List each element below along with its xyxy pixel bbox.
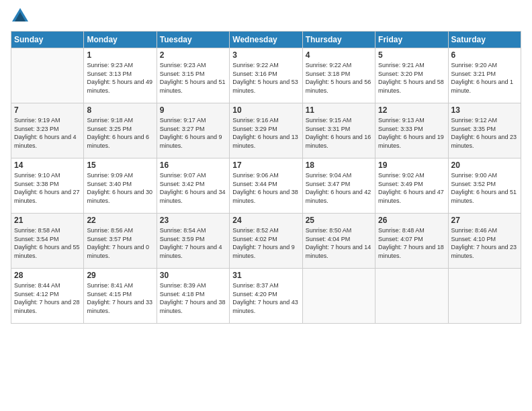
day-info: Sunrise: 9:17 AMSunset: 3:27 PMDaylight:…: [160, 116, 226, 150]
day-number: 4: [306, 50, 372, 60]
day-info: Sunrise: 9:13 AMSunset: 3:33 PMDaylight:…: [378, 116, 445, 150]
calendar-cell: 4Sunrise: 9:22 AMSunset: 3:18 PMDaylight…: [302, 48, 375, 103]
day-number: 14: [14, 161, 81, 170]
calendar-cell: 11Sunrise: 9:15 AMSunset: 3:31 PMDayligh…: [302, 103, 375, 158]
day-number: 22: [87, 216, 153, 225]
day-number: 31: [232, 271, 299, 280]
calendar-table: SundayMondayTuesdayWednesdayThursdayFrid…: [11, 31, 521, 324]
calendar-cell: 5Sunrise: 9:21 AMSunset: 3:20 PMDaylight…: [375, 48, 448, 103]
day-info: Sunrise: 9:09 AMSunset: 3:40 PMDaylight:…: [87, 171, 153, 205]
calendar-cell: 26Sunrise: 8:48 AMSunset: 4:07 PMDayligh…: [375, 214, 448, 269]
day-info: Sunrise: 9:20 AMSunset: 3:21 PMDaylight:…: [451, 61, 518, 95]
day-info: Sunrise: 8:41 AMSunset: 4:15 PMDaylight:…: [87, 281, 153, 315]
day-info: Sunrise: 9:12 AMSunset: 3:35 PMDaylight:…: [451, 116, 518, 150]
day-info: Sunrise: 9:16 AMSunset: 3:29 PMDaylight:…: [232, 116, 299, 150]
calendar-cell: 23Sunrise: 8:54 AMSunset: 3:59 PMDayligh…: [157, 214, 229, 269]
day-number: 29: [87, 271, 153, 280]
day-number: 21: [14, 216, 81, 225]
logo: [11, 7, 32, 26]
day-number: 28: [14, 271, 81, 280]
calendar-cell: 31Sunrise: 8:37 AMSunset: 4:20 PMDayligh…: [230, 269, 302, 324]
calendar-cell: [11, 48, 84, 103]
day-info: Sunrise: 8:50 AMSunset: 4:04 PMDaylight:…: [306, 226, 372, 260]
calendar-cell: 2Sunrise: 9:23 AMSunset: 3:15 PMDaylight…: [157, 48, 229, 103]
calendar-cell: 12Sunrise: 9:13 AMSunset: 3:33 PMDayligh…: [375, 103, 448, 158]
day-info: Sunrise: 9:21 AMSunset: 3:20 PMDaylight:…: [378, 61, 445, 95]
calendar-cell: 19Sunrise: 9:02 AMSunset: 3:49 PMDayligh…: [375, 158, 448, 214]
calendar-cell: 24Sunrise: 8:52 AMSunset: 4:02 PMDayligh…: [230, 214, 302, 269]
calendar-cell: 30Sunrise: 8:39 AMSunset: 4:18 PMDayligh…: [157, 269, 229, 324]
week-row-2: 14Sunrise: 9:10 AMSunset: 3:38 PMDayligh…: [11, 158, 521, 214]
day-number: 5: [378, 50, 445, 60]
calendar-cell: 25Sunrise: 8:50 AMSunset: 4:04 PMDayligh…: [302, 214, 375, 269]
calendar-cell: 13Sunrise: 9:12 AMSunset: 3:35 PMDayligh…: [448, 103, 521, 158]
day-number: 27: [451, 216, 518, 225]
weekday-header-saturday: Saturday: [448, 32, 521, 48]
day-number: 23: [160, 216, 226, 225]
calendar-cell: 21Sunrise: 8:58 AMSunset: 3:54 PMDayligh…: [11, 214, 84, 269]
day-info: Sunrise: 9:10 AMSunset: 3:38 PMDaylight:…: [14, 171, 81, 205]
day-info: Sunrise: 8:37 AMSunset: 4:20 PMDaylight:…: [232, 281, 299, 315]
day-number: 17: [232, 161, 299, 170]
calendar-cell: 29Sunrise: 8:41 AMSunset: 4:15 PMDayligh…: [84, 269, 157, 324]
day-number: 26: [378, 216, 445, 225]
logo-icon: [11, 7, 30, 26]
day-info: Sunrise: 9:06 AMSunset: 3:44 PMDaylight:…: [232, 171, 299, 205]
calendar-cell: 27Sunrise: 8:46 AMSunset: 4:10 PMDayligh…: [448, 214, 521, 269]
calendar-cell: 22Sunrise: 8:56 AMSunset: 3:57 PMDayligh…: [84, 214, 157, 269]
week-row-4: 28Sunrise: 8:44 AMSunset: 4:12 PMDayligh…: [11, 269, 521, 324]
calendar-cell: 6Sunrise: 9:20 AMSunset: 3:21 PMDaylight…: [448, 48, 521, 103]
day-info: Sunrise: 9:23 AMSunset: 3:15 PMDaylight:…: [160, 61, 226, 95]
calendar-cell: 3Sunrise: 9:22 AMSunset: 3:16 PMDaylight…: [230, 48, 302, 103]
weekday-header-friday: Friday: [375, 32, 448, 48]
day-info: Sunrise: 9:02 AMSunset: 3:49 PMDaylight:…: [378, 171, 445, 205]
day-number: 9: [160, 105, 226, 115]
calendar-cell: [375, 269, 448, 324]
day-number: 1: [87, 50, 153, 60]
day-number: 25: [306, 216, 372, 225]
calendar-cell: 1Sunrise: 9:23 AMSunset: 3:13 PMDaylight…: [84, 48, 157, 103]
day-info: Sunrise: 9:00 AMSunset: 3:52 PMDaylight:…: [451, 171, 518, 205]
day-info: Sunrise: 9:22 AMSunset: 3:16 PMDaylight:…: [232, 61, 299, 95]
day-info: Sunrise: 8:52 AMSunset: 4:02 PMDaylight:…: [232, 226, 299, 260]
day-number: 11: [306, 105, 372, 115]
day-number: 6: [451, 50, 518, 60]
day-info: Sunrise: 8:48 AMSunset: 4:07 PMDaylight:…: [378, 226, 445, 260]
day-info: Sunrise: 8:44 AMSunset: 4:12 PMDaylight:…: [14, 281, 81, 315]
calendar-cell: [448, 269, 521, 324]
weekday-header-tuesday: Tuesday: [157, 32, 229, 48]
day-number: 16: [160, 161, 226, 170]
day-info: Sunrise: 9:19 AMSunset: 3:23 PMDaylight:…: [14, 116, 81, 150]
day-number: 18: [306, 161, 372, 170]
calendar-cell: 9Sunrise: 9:17 AMSunset: 3:27 PMDaylight…: [157, 103, 229, 158]
weekday-header-monday: Monday: [84, 32, 157, 48]
calendar-cell: 10Sunrise: 9:16 AMSunset: 3:29 PMDayligh…: [230, 103, 302, 158]
page: SundayMondayTuesdayWednesdayThursdayFrid…: [0, 0, 532, 411]
day-info: Sunrise: 8:46 AMSunset: 4:10 PMDaylight:…: [451, 226, 518, 260]
day-number: 13: [451, 105, 518, 115]
day-info: Sunrise: 9:22 AMSunset: 3:18 PMDaylight:…: [306, 61, 372, 95]
day-info: Sunrise: 8:58 AMSunset: 3:54 PMDaylight:…: [14, 226, 81, 260]
day-info: Sunrise: 9:23 AMSunset: 3:13 PMDaylight:…: [87, 61, 153, 95]
calendar-cell: 15Sunrise: 9:09 AMSunset: 3:40 PMDayligh…: [84, 158, 157, 214]
day-number: 12: [378, 105, 445, 115]
day-number: 7: [14, 105, 81, 115]
day-number: 2: [160, 50, 226, 60]
week-row-3: 21Sunrise: 8:58 AMSunset: 3:54 PMDayligh…: [11, 214, 521, 269]
week-row-0: 1Sunrise: 9:23 AMSunset: 3:13 PMDaylight…: [11, 48, 521, 103]
calendar-cell: [302, 269, 375, 324]
day-number: 10: [232, 105, 299, 115]
day-info: Sunrise: 9:15 AMSunset: 3:31 PMDaylight:…: [306, 116, 372, 150]
day-number: 24: [232, 216, 299, 225]
day-number: 19: [378, 161, 445, 170]
header: [11, 7, 521, 26]
calendar-cell: 8Sunrise: 9:18 AMSunset: 3:25 PMDaylight…: [84, 103, 157, 158]
day-number: 30: [160, 271, 226, 280]
day-number: 15: [87, 161, 153, 170]
calendar-cell: 18Sunrise: 9:04 AMSunset: 3:47 PMDayligh…: [302, 158, 375, 214]
day-info: Sunrise: 9:18 AMSunset: 3:25 PMDaylight:…: [87, 116, 153, 150]
week-row-1: 7Sunrise: 9:19 AMSunset: 3:23 PMDaylight…: [11, 103, 521, 158]
day-info: Sunrise: 8:56 AMSunset: 3:57 PMDaylight:…: [87, 226, 153, 260]
day-number: 8: [87, 105, 153, 115]
weekday-header-sunday: Sunday: [11, 32, 84, 48]
